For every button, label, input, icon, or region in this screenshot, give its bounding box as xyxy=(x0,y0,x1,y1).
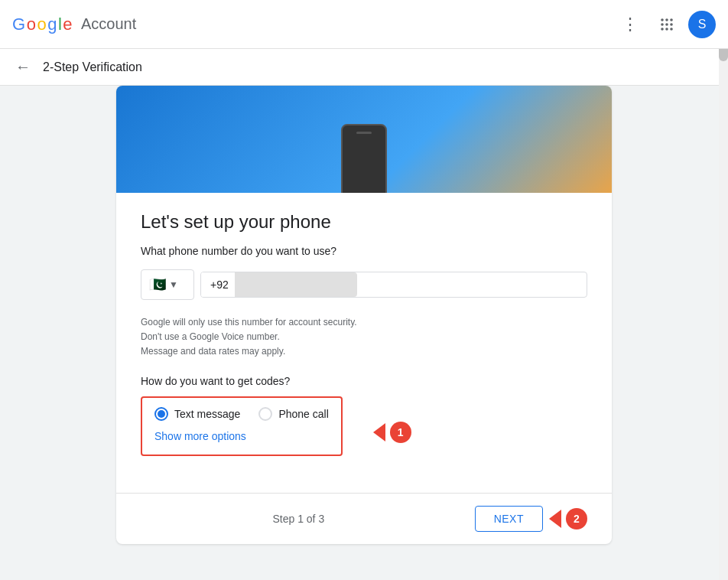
security-note-line2: Don't use a Google Voice number. xyxy=(141,330,587,344)
top-nav-actions: ⋮ S xyxy=(615,9,716,40)
badge-2-number: 2 xyxy=(574,513,580,525)
badge-1-number: 1 xyxy=(398,426,404,438)
svg-point-4 xyxy=(665,23,668,26)
next-button-area: NEXT 2 xyxy=(475,506,587,532)
form-title: Let's set up your phone xyxy=(141,211,587,233)
country-code: +92 xyxy=(201,272,235,297)
apps-grid-button[interactable] xyxy=(652,9,682,40)
more-options-button[interactable]: ⋮ xyxy=(615,9,645,40)
security-note-line1: Google will only use this number for acc… xyxy=(141,315,587,330)
dropdown-arrow-icon: ▼ xyxy=(169,279,178,290)
back-button[interactable]: ← xyxy=(12,55,34,79)
grid-icon xyxy=(659,17,674,32)
radio-options-row: Text message Phone call xyxy=(154,407,329,421)
country-selector[interactable]: 🇵🇰 ▼ xyxy=(141,269,194,300)
svg-point-8 xyxy=(670,28,673,31)
more-icon: ⋮ xyxy=(622,15,639,34)
top-navigation: Google Google Account Account ⋮ S xyxy=(0,0,728,49)
phone-input[interactable] xyxy=(235,272,357,297)
hero-image xyxy=(116,86,612,193)
back-icon: ← xyxy=(15,58,31,76)
next-button[interactable]: NEXT xyxy=(475,506,543,532)
form-area: Let's set up your phone What phone numbe… xyxy=(116,193,612,493)
arrow-left-icon-2 xyxy=(549,510,561,528)
text-message-option[interactable]: Text message xyxy=(154,407,240,421)
annotation-2: 2 xyxy=(549,508,587,529)
svg-point-3 xyxy=(661,23,664,26)
avatar-letter: S xyxy=(698,18,707,31)
phone-input-row: 🇵🇰 ▼ +92 xyxy=(141,269,587,300)
app-title-display: Account xyxy=(81,15,136,33)
phone-label: What phone number do you want to use? xyxy=(141,245,587,257)
svg-point-5 xyxy=(670,23,673,26)
security-note: Google will only use this number for acc… xyxy=(141,315,587,360)
page-title: 2-Step Verification xyxy=(43,60,142,74)
phone-illustration xyxy=(341,124,387,193)
step-indicator: Step 1 of 3 xyxy=(272,513,324,525)
footer-row: Step 1 of 3 NEXT 2 xyxy=(116,493,612,544)
show-more-options-link[interactable]: Show more options xyxy=(154,430,329,442)
svg-point-2 xyxy=(670,18,673,21)
flag-icon: 🇵🇰 xyxy=(149,276,166,293)
annotation-1: 1 xyxy=(373,422,411,443)
badge-1: 1 xyxy=(390,422,411,443)
phone-call-option[interactable]: Phone call xyxy=(258,407,328,421)
badge-2: 2 xyxy=(566,508,587,529)
page-footer: Privacy Terms Help About xyxy=(0,575,728,580)
arrow-left-icon-1 xyxy=(373,423,385,442)
main-content: Let's set up your phone What phone numbe… xyxy=(0,86,728,575)
logo-area: Google Google Account Account xyxy=(12,15,136,34)
svg-point-6 xyxy=(661,28,664,31)
phone-call-radio[interactable] xyxy=(258,407,272,421)
phone-call-label: Phone call xyxy=(278,408,328,420)
user-avatar-button[interactable]: S xyxy=(688,11,716,38)
sub-navigation: ← 2-Step Verification xyxy=(0,49,728,86)
text-message-radio[interactable] xyxy=(154,407,168,421)
content-card: Let's set up your phone What phone numbe… xyxy=(116,86,612,544)
security-note-line3: Message and data rates may apply. xyxy=(141,344,587,359)
svg-point-7 xyxy=(665,28,668,31)
scrollbar-track[interactable] xyxy=(719,0,728,580)
codes-label: How do you want to get codes? xyxy=(141,375,587,387)
google-logo: Google xyxy=(12,15,72,34)
phone-number-field: +92 xyxy=(200,272,587,298)
svg-point-0 xyxy=(661,18,664,21)
text-message-label: Text message xyxy=(174,408,240,420)
svg-point-1 xyxy=(665,18,668,21)
delivery-options-box: Text message Phone call Show more option… xyxy=(141,396,343,456)
